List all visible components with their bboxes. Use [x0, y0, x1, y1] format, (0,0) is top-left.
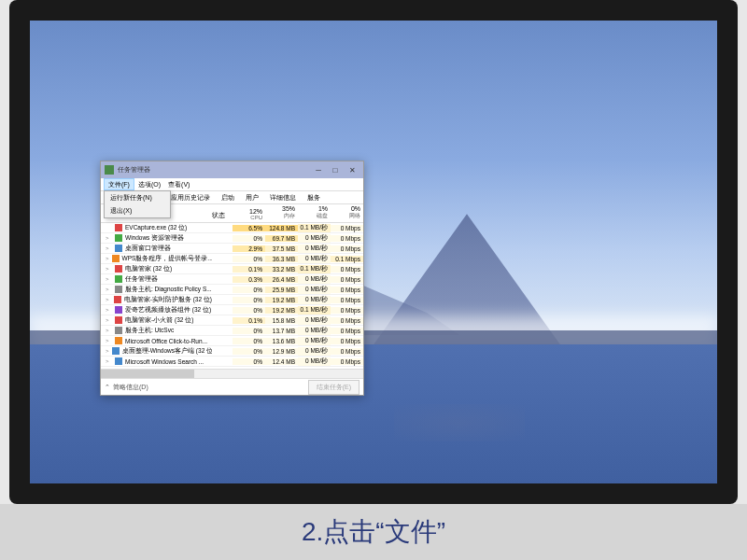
process-cpu: 0%	[233, 256, 265, 262]
menu-file[interactable]: 文件(F)	[104, 178, 134, 190]
process-name-cell: >服务主机: Diagnostic Policy S...	[101, 286, 212, 294]
expand-icon[interactable]: >	[106, 307, 112, 313]
maximize-button[interactable]: □	[328, 163, 343, 176]
process-row[interactable]: >桌面整理-Windows客户端 (32 位)0%12.9 MB0 MB/秒0 …	[101, 346, 363, 357]
process-network: 0 Mbps	[331, 225, 363, 231]
chevron-up-icon: ⌃	[105, 384, 110, 391]
process-row[interactable]: >电脑管家-实时防护服务 (32 位)0%19.2 MB0 MB/秒0 Mbps	[101, 295, 363, 305]
process-network: 0 Mbps	[331, 358, 363, 365]
tab-services[interactable]: 服务	[303, 192, 325, 203]
expand-icon[interactable]: >	[106, 245, 112, 251]
expand-icon[interactable]: >	[106, 317, 112, 323]
window-title: 任务管理器	[118, 165, 150, 175]
menu-view[interactable]: 查看(V)	[164, 178, 193, 190]
horizontal-scrollbar[interactable]	[101, 369, 363, 378]
close-button[interactable]: ✕	[345, 163, 359, 176]
process-cpu: 0%	[233, 348, 265, 355]
process-cpu: 2.9%	[233, 245, 265, 252]
process-row[interactable]: >服务主机: Diagnostic Policy S...0%25.9 MB0 …	[101, 285, 363, 295]
process-row[interactable]: >电脑管家 (32 位)0.1%33.2 MB0.1 MB/秒0 Mbps	[101, 264, 363, 274]
process-memory: 124.8 MB	[265, 225, 298, 231]
header-disk[interactable]: 1% 磁盘	[298, 205, 331, 220]
process-disk: 0 MB/秒	[298, 316, 331, 325]
process-row[interactable]: EVCapture.exe (32 位)6.5%124.8 MB0.1 MB/秒…	[101, 223, 363, 233]
process-row[interactable]: >服务主机: UtcSvc0%13.7 MB0 MB/秒0 Mbps	[101, 326, 363, 336]
process-name-cell: EVCapture.exe (32 位)	[101, 224, 212, 232]
process-disk: 0 MB/秒	[298, 296, 331, 304]
header-memory[interactable]: 35% 内存	[265, 205, 298, 220]
process-disk: 0 MB/秒	[298, 275, 331, 284]
process-cpu: 6.5%	[233, 225, 265, 231]
process-network: 0.1 Mbps	[331, 256, 363, 262]
process-name-cell: >爱奇艺视频播放器组件 (32 位)	[101, 306, 212, 315]
header-cpu[interactable]: 12% CPU	[233, 208, 265, 220]
process-icon	[115, 357, 122, 365]
tab-app-history[interactable]: 应用历史记录	[166, 192, 215, 203]
process-network: 0 Mbps	[331, 287, 363, 293]
header-status[interactable]: 状态	[212, 212, 233, 220]
app-icon	[105, 165, 114, 175]
process-row[interactable]: >桌面窗口管理器2.9%37.5 MB0 MB/秒0 Mbps	[101, 244, 363, 254]
menubar: 文件(F) 选项(O) 查看(V) 运行新任务(N) 退出(X)	[101, 178, 363, 191]
process-name: 桌面窗口管理器	[125, 245, 171, 253]
process-memory: 13.6 MB	[265, 338, 298, 344]
expand-icon[interactable]: >	[106, 348, 109, 354]
process-name: 电脑管家 (32 位)	[125, 265, 172, 273]
process-row[interactable]: >WPS服务程序，提供帐号登录...0%36.3 MB0 MB/秒0.1 Mbp…	[101, 254, 363, 264]
process-row[interactable]: >电脑管家-小火箭 (32 位)0.1%15.8 MB0 MB/秒0 Mbps	[101, 315, 363, 326]
process-icon	[112, 347, 120, 355]
process-memory: 26.4 MB	[265, 276, 298, 283]
process-name: Microsoft Office Click-to-Run...	[125, 338, 207, 344]
dropdown-run-new-task[interactable]: 运行新任务(N)	[105, 191, 170, 204]
dropdown-exit[interactable]: 退出(X)	[105, 204, 170, 217]
process-cpu: 0%	[233, 328, 265, 334]
process-icon	[114, 296, 121, 303]
process-name: WPS服务程序，提供帐号登录...	[122, 255, 212, 263]
process-name: 电脑管家-实时防护服务 (32 位)	[124, 296, 212, 304]
process-disk: 0 MB/秒	[298, 245, 331, 253]
process-name: 服务主机: Diagnostic Policy S...	[125, 286, 212, 294]
process-memory: 19.2 MB	[265, 307, 298, 314]
expand-icon[interactable]: >	[106, 297, 111, 302]
expand-icon[interactable]: >	[106, 328, 112, 333]
menu-options[interactable]: 选项(O)	[134, 178, 164, 190]
tab-startup[interactable]: 启动	[217, 192, 239, 203]
process-row[interactable]: >Microsoft Office Click-to-Run...0%13.6 …	[101, 336, 363, 346]
expand-icon[interactable]: >	[106, 235, 112, 241]
process-memory: 19.2 MB	[265, 297, 298, 303]
process-memory: 12.4 MB	[265, 358, 298, 365]
header-network[interactable]: 0% 网络	[331, 205, 363, 220]
process-disk: 0 MB/秒	[298, 327, 331, 335]
expand-icon[interactable]: >	[106, 338, 112, 343]
process-network: 0 Mbps	[331, 328, 363, 334]
process-name-cell: >桌面整理-Windows客户端 (32 位)	[101, 347, 212, 356]
process-name: 服务主机: UtcSvc	[125, 327, 174, 335]
process-network: 0 Mbps	[331, 245, 363, 252]
tab-details[interactable]: 详细信息	[265, 192, 301, 203]
process-icon	[115, 306, 122, 314]
process-network: 0 Mbps	[331, 276, 363, 283]
process-network: 0 Mbps	[331, 297, 363, 303]
expand-icon[interactable]: >	[106, 256, 109, 261]
titlebar[interactable]: 任务管理器 ─ □ ✕	[101, 161, 363, 178]
process-row[interactable]: >爱奇艺视频播放器组件 (32 位)0%19.2 MB0.1 MB/秒0 Mbp…	[101, 305, 363, 315]
tab-users[interactable]: 用户	[241, 192, 263, 203]
expand-icon[interactable]: >	[106, 358, 112, 364]
process-row[interactable]: >任务管理器0.3%26.4 MB0 MB/秒0 Mbps	[101, 274, 363, 285]
process-row[interactable]: >Windows 资源管理器0%69.7 MB0 MB/秒0 Mbps	[101, 233, 363, 244]
process-icon	[115, 245, 122, 252]
scroll-thumb[interactable]	[101, 370, 194, 378]
process-disk: 0.1 MB/秒	[298, 265, 331, 273]
end-task-button[interactable]: 结束任务(E)	[308, 380, 359, 395]
expand-icon[interactable]: >	[106, 266, 112, 272]
process-row[interactable]: >Microsoft Windows Search ...0%12.4 MB0 …	[101, 357, 363, 367]
fewer-details-button[interactable]: ⌃ 简略信息(D)	[105, 383, 148, 392]
process-name-cell: >任务管理器	[101, 275, 212, 284]
expand-icon[interactable]: >	[106, 287, 112, 292]
minimize-button[interactable]: ─	[311, 163, 326, 176]
instruction-text: 2.点击“文件”	[302, 514, 445, 550]
process-name-cell: >WPS服务程序，提供帐号登录...	[101, 255, 212, 263]
process-name: 电脑管家-小火箭 (32 位)	[125, 316, 193, 325]
process-name: 爱奇艺视频播放器组件 (32 位)	[125, 306, 211, 315]
expand-icon[interactable]: >	[106, 276, 112, 282]
